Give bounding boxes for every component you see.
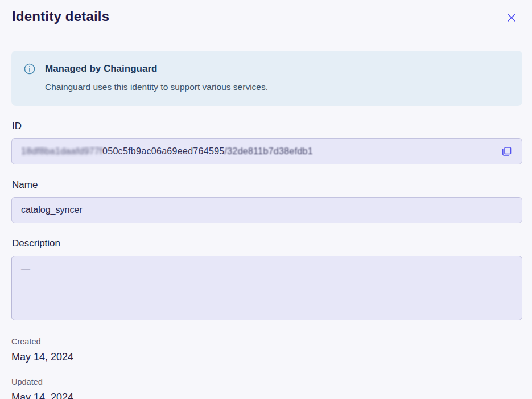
id-field[interactable]: 18df8ba1daafd977f050c5fb9ac06a69eed76459… [11, 138, 522, 164]
id-value-clear: 050c5fb9ac06a69eed764595 [102, 146, 225, 156]
created-label: Created [11, 336, 522, 347]
id-label: ID [12, 121, 522, 132]
panel-header: Identity details [0, 0, 532, 26]
close-icon [506, 17, 517, 25]
id-value-redacted-right: /32de811b7d38efdb1 [225, 146, 313, 156]
name-label: Name [12, 179, 522, 191]
banner-body: Managed by Chainguard Chainguard uses th… [45, 63, 268, 93]
description-input[interactable]: — [11, 256, 522, 320]
info-icon [24, 63, 35, 93]
panel-content: Managed by Chainguard Chainguard uses th… [0, 51, 532, 399]
description-label: Description [12, 238, 522, 249]
banner-text: Chainguard uses this identity to support… [45, 81, 268, 93]
updated-value: May 14, 2024 [11, 391, 522, 399]
close-button[interactable] [504, 10, 519, 26]
copy-icon [501, 151, 513, 159]
name-input[interactable] [11, 197, 522, 223]
page-title: Identity details [12, 8, 109, 25]
managed-banner: Managed by Chainguard Chainguard uses th… [11, 51, 522, 106]
updated-label: Updated [11, 377, 522, 387]
created-value: May 14, 2024 [11, 351, 522, 363]
id-value: 18df8ba1daafd977f050c5fb9ac06a69eed76459… [21, 146, 313, 157]
identity-details-panel: Identity details Managed by Chainguard C… [0, 0, 532, 399]
id-value-redacted-left: 18df8ba1daafd977f [21, 146, 102, 156]
banner-title: Managed by Chainguard [45, 63, 268, 75]
copy-id-button[interactable] [498, 143, 515, 160]
